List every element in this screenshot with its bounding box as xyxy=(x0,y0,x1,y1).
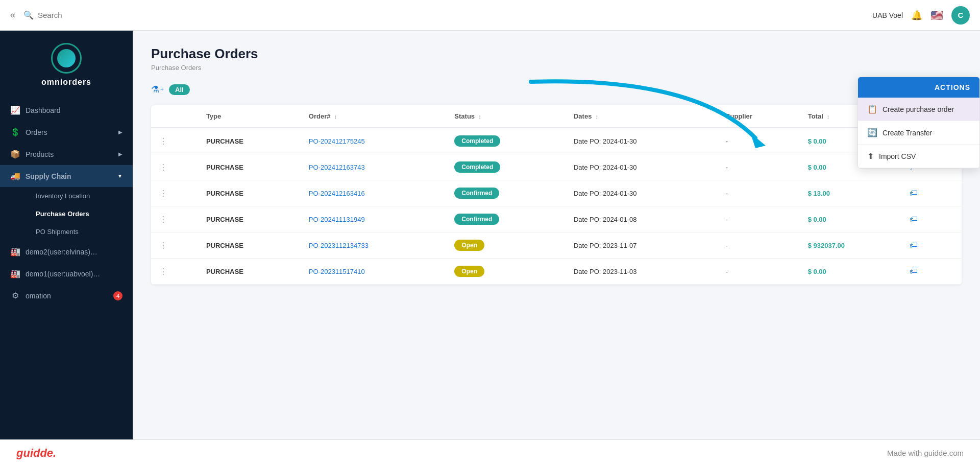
order-number-link[interactable]: PO-202412163743 xyxy=(309,164,365,171)
row-context-menu[interactable]: ⋮ xyxy=(159,137,167,146)
user-avatar[interactable]: C xyxy=(951,6,970,25)
tag-icon[interactable]: 🏷 xyxy=(910,241,918,249)
import-csv-item[interactable]: ⬆ Import CSV xyxy=(858,145,979,168)
order-number-link[interactable]: PO-202411131949 xyxy=(309,216,365,223)
tag-icon[interactable]: 🏷 xyxy=(910,215,918,223)
toolbar: ⚗ + All xyxy=(151,84,962,95)
topbar-right: UAB Voel 🔔 🇺🇸 C xyxy=(872,6,970,25)
row-status: Completed xyxy=(446,128,566,154)
row-order-num: PO-202411131949 xyxy=(301,206,446,232)
create-purchase-order-item[interactable]: 📋 Create purchase order xyxy=(858,98,979,121)
filter-button[interactable]: ⚗ + xyxy=(151,84,164,95)
sidebar-item-products[interactable]: 📦 Products ▶ xyxy=(0,143,133,165)
sidebar-item-automation[interactable]: ⚙ omation 4 xyxy=(0,285,133,307)
sidebar-item-inventory-location[interactable]: Inventory Location xyxy=(26,187,133,205)
row-dates: Date PO: 2023-11-07 xyxy=(566,232,718,259)
create-transfer-icon: 🔄 xyxy=(867,128,877,137)
status-badge: Confirmed xyxy=(454,188,499,199)
page-header: Purchase Orders Purchase Orders xyxy=(151,46,962,72)
row-order-num: PO-202412163743 xyxy=(301,154,446,180)
row-dates: Date PO: 2024-01-08 xyxy=(566,206,718,232)
row-dates: Date PO: 2024-01-30 xyxy=(566,128,718,154)
sort-icon: ↕ xyxy=(594,113,598,120)
order-number-link[interactable]: PO-202412163416 xyxy=(309,190,365,197)
sidebar-item-label: omation xyxy=(26,292,51,300)
row-type: PURCHASE xyxy=(198,259,301,285)
order-number-link[interactable]: PO-202412175245 xyxy=(309,137,365,145)
row-context-menu[interactable]: ⋮ xyxy=(159,189,167,198)
purchase-orders-table: Type Order# ↕ Status ↕ Dates ↕ Supplier … xyxy=(151,105,962,285)
row-order-num: PO-202311517410 xyxy=(301,259,446,285)
row-tags: 🏷 xyxy=(901,259,962,285)
sidebar-item-warehouse-demo1[interactable]: 🏭 demo1(user:uabvoel)… xyxy=(0,263,133,285)
page-title: Purchase Orders xyxy=(151,46,962,62)
row-menu-cell: ⋮ xyxy=(151,154,198,180)
row-supplier: - xyxy=(718,180,800,206)
status-badge: Confirmed xyxy=(454,214,499,225)
order-number-link[interactable]: PO-2023112134733 xyxy=(309,242,369,249)
row-context-menu[interactable]: ⋮ xyxy=(159,163,167,172)
sidebar-item-orders[interactable]: 💲 Orders ▶ xyxy=(0,121,133,143)
create-transfer-label: Create Transfer xyxy=(883,129,932,137)
orders-icon: 💲 xyxy=(10,127,20,137)
row-context-menu[interactable]: ⋮ xyxy=(159,267,167,276)
chevron-right-icon: ▶ xyxy=(118,129,122,135)
sidebar-item-po-shipments[interactable]: PO Shipments xyxy=(26,223,133,241)
language-flag-icon[interactable]: 🇺🇸 xyxy=(930,9,943,21)
row-order-num: PO-202412175245 xyxy=(301,128,446,154)
row-supplier: - xyxy=(718,128,800,154)
col-status[interactable]: Status ↕ xyxy=(446,105,566,128)
row-status: Confirmed xyxy=(446,206,566,232)
status-badge: Open xyxy=(454,266,484,277)
chevron-right-icon: ▶ xyxy=(118,151,122,157)
row-status: Open xyxy=(446,259,566,285)
guidde-logo: guidde. xyxy=(16,447,56,460)
create-transfer-item[interactable]: 🔄 Create Transfer xyxy=(858,121,979,145)
chevron-down-icon: ▼ xyxy=(117,173,122,179)
sidebar-item-label: Supply Chain xyxy=(26,172,71,180)
main-layout: omniorders 📈 Dashboard 💲 Orders ▶ 📦 Prod… xyxy=(0,31,980,439)
actions-dropdown: ACTIONS 📋 Create purchase order 🔄 Create… xyxy=(857,77,980,169)
sidebar-item-supply-chain[interactable]: 🚚 Supply Chain ▼ xyxy=(0,165,133,187)
table-row: ⋮ PURCHASE PO-202411131949 Confirmed Dat… xyxy=(151,206,962,232)
col-order-num[interactable]: Order# ↕ xyxy=(301,105,446,128)
create-po-label: Create purchase order xyxy=(883,105,954,113)
sidebar-collapse-button[interactable]: « xyxy=(10,10,15,20)
table-row: ⋮ PURCHASE PO-202412163416 Confirmed Dat… xyxy=(151,180,962,206)
notification-bell-icon[interactable]: 🔔 xyxy=(911,10,922,21)
row-type: PURCHASE xyxy=(198,206,301,232)
import-csv-icon: ⬆ xyxy=(867,151,874,161)
col-type: Type xyxy=(198,105,301,128)
sort-icon: ↕ xyxy=(477,113,481,120)
all-filter-badge[interactable]: All xyxy=(169,84,190,95)
row-supplier: - xyxy=(718,154,800,180)
row-dates: Date PO: 2024-01-30 xyxy=(566,154,718,180)
sidebar-item-label: Dashboard xyxy=(26,106,61,114)
order-number-link[interactable]: PO-202311517410 xyxy=(309,268,365,275)
purchase-orders-table-container: Type Order# ↕ Status ↕ Dates ↕ Supplier … xyxy=(151,105,962,285)
row-total: $ 13.00 xyxy=(800,180,902,206)
row-context-menu[interactable]: ⋮ xyxy=(159,215,167,224)
sidebar: omniorders 📈 Dashboard 💲 Orders ▶ 📦 Prod… xyxy=(0,31,133,439)
topbar: « 🔍 UAB Voel 🔔 🇺🇸 C xyxy=(0,0,980,31)
sidebar-item-dashboard[interactable]: 📈 Dashboard xyxy=(0,99,133,121)
row-context-menu[interactable]: ⋮ xyxy=(159,241,167,250)
tag-icon[interactable]: 🏷 xyxy=(910,267,918,275)
warehouse-icon: 🏭 xyxy=(10,247,20,257)
col-supplier: Supplier xyxy=(718,105,800,128)
table-row: ⋮ PURCHASE PO-202311517410 Open Date PO:… xyxy=(151,259,962,285)
tag-icon[interactable]: 🏷 xyxy=(910,189,918,197)
row-tags: 🏷 xyxy=(901,180,962,206)
actions-header[interactable]: ACTIONS xyxy=(858,77,979,98)
row-menu-cell: ⋮ xyxy=(151,259,198,285)
sidebar-item-purchase-orders[interactable]: Purchase Orders xyxy=(26,205,133,223)
table-row: ⋮ PURCHASE PO-2023112134733 Open Date PO… xyxy=(151,232,962,259)
row-supplier: - xyxy=(718,206,800,232)
search-input[interactable] xyxy=(38,11,191,19)
sidebar-item-warehouse-demo2[interactable]: 🏭 demo2(user:elvinas)… xyxy=(0,241,133,263)
row-menu-cell: ⋮ xyxy=(151,232,198,259)
row-type: PURCHASE xyxy=(198,154,301,180)
sidebar-item-label: demo1(user:uabvoel)… xyxy=(26,270,100,278)
supply-chain-icon: 🚚 xyxy=(10,171,20,181)
col-dates[interactable]: Dates ↕ xyxy=(566,105,718,128)
